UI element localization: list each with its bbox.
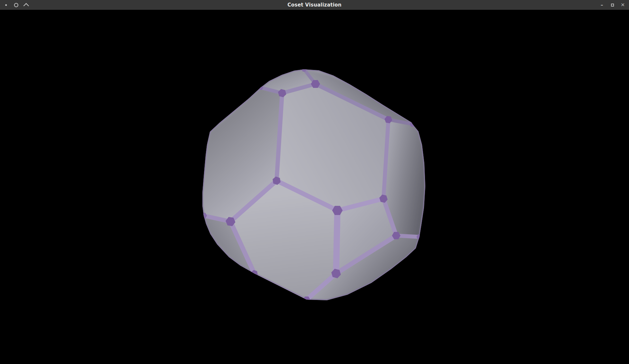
render-viewport[interactable] — [0, 10, 629, 364]
maximize-button[interactable] — [609, 1, 616, 8]
window-controls: – ✕ — [598, 0, 626, 10]
faces — [202, 69, 425, 301]
polyhedron — [200, 67, 425, 303]
render-canvas[interactable] — [0, 10, 629, 364]
minimize-button[interactable]: – — [598, 1, 605, 8]
maximize-icon — [611, 4, 614, 7]
window-title: Coset Visualization — [0, 0, 629, 10]
edge-E-I — [336, 210, 337, 273]
titlebar: Coset Visualization – ✕ — [0, 0, 629, 10]
close-button[interactable]: ✕ — [619, 1, 626, 8]
